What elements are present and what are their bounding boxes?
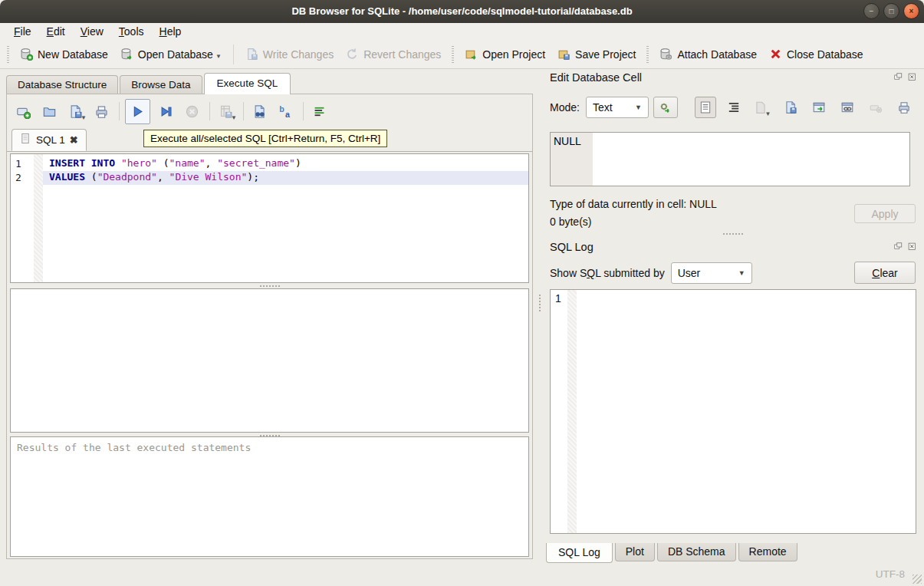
maximize-button[interactable]: □ [883, 3, 899, 19]
link-button[interactable] [837, 97, 858, 118]
main-vertical-splitter[interactable] [539, 291, 544, 314]
text-mode-button[interactable] [695, 97, 716, 118]
sql-tab-label: SQL 1 [36, 134, 65, 146]
dock-tab-sql-log[interactable]: SQL Log [546, 543, 613, 563]
stop-icon [185, 104, 199, 119]
menu-tools[interactable]: Tools [111, 25, 152, 38]
log-filter-combobox[interactable]: User ▼ [671, 262, 752, 284]
export-icon [784, 100, 797, 114]
menu-view[interactable]: View [73, 25, 111, 38]
cell-editor[interactable]: NULL [550, 132, 910, 186]
file-icon [20, 133, 31, 144]
right-dock: Edit Database Cell Mode: Text ▼ ▼ NULL T… [546, 69, 919, 586]
dropdown-caret-icon: ▼ [231, 114, 237, 122]
menu-file[interactable]: File [6, 25, 39, 38]
chevron-down-icon: ▼ [738, 269, 745, 277]
sql-log-view[interactable]: 1 [550, 289, 916, 534]
project-save-icon [557, 48, 571, 61]
dropdown-caret-icon: ▼ [215, 53, 222, 61]
revert-changes-button[interactable]: Revert Changes [340, 44, 447, 64]
format-icon [312, 104, 327, 119]
log-fold-margin [567, 290, 577, 533]
svg-text:b: b [279, 104, 284, 114]
close-database-button[interactable]: Close Database [763, 44, 870, 64]
toolbar-button-label: Write Changes [263, 48, 334, 61]
code-line: VALUES ("Deadpond", "Dive Wilson"); [43, 171, 528, 185]
dock-close-icon [908, 242, 917, 252]
sql-editor[interactable]: 12 INSERT INTO "hero" ("name", "secret_n… [10, 153, 529, 283]
toolbar-separator [233, 44, 234, 64]
open-database-button[interactable]: Open Database▼ [114, 44, 228, 64]
sql-tab[interactable]: SQL 1 ✖ [12, 129, 87, 151]
new-tab-button[interactable] [13, 101, 34, 122]
dock-tab-remote[interactable]: Remote [738, 543, 797, 561]
format-button[interactable] [309, 101, 330, 122]
menu-help[interactable]: Help [152, 25, 189, 38]
auto-mode-button[interactable] [653, 97, 678, 118]
execute-all-icon [130, 104, 145, 119]
code-area[interactable]: INSERT INTO "hero" ("name", "secret_name… [43, 154, 528, 282]
attach-database-button[interactable]: Attach Database [653, 44, 763, 64]
new-tab-icon [16, 104, 31, 119]
edit-cell-panel-title: Edit Database Cell [546, 71, 919, 87]
save-sql-file-button[interactable]: ▼ [65, 101, 86, 122]
db-close-icon [769, 48, 782, 61]
close-button[interactable]: × [903, 3, 919, 19]
window-title: DB Browser for SQLite - /home/user/code/… [0, 0, 924, 23]
tab-close-icon[interactable]: ✖ [70, 135, 78, 145]
tab-browse-data[interactable]: Browse Data [120, 75, 202, 94]
execute-line-button[interactable] [156, 101, 176, 122]
toolbar-drag-handle [646, 46, 649, 63]
write-changes-icon [245, 48, 258, 61]
new-database-button[interactable]: New Database [14, 44, 114, 64]
sql-log-panel-title: SQL Log [546, 241, 919, 256]
dock-splitter[interactable] [546, 232, 919, 236]
revert-changes-icon [346, 48, 359, 61]
write-changes-button[interactable]: Write Changes [239, 44, 340, 64]
set-null-button[interactable] [865, 97, 886, 118]
resize-grip[interactable] [912, 574, 922, 584]
db-open-icon [120, 48, 133, 61]
gear-icon [659, 101, 672, 114]
save-results-button[interactable]: ▼ [215, 101, 236, 122]
tab-database-structure[interactable]: Database Structure [6, 75, 118, 94]
cell-edit-area[interactable] [593, 133, 909, 186]
float-icon[interactable] [893, 72, 904, 83]
line-number-gutter: 12 [11, 154, 34, 282]
tab-execute-sql[interactable]: Execute SQL [204, 73, 291, 94]
float-icon [894, 242, 903, 252]
dock-close-icon[interactable] [907, 72, 918, 83]
open-external-icon [812, 100, 826, 114]
print-cell-button[interactable] [893, 97, 915, 118]
replace-button[interactable]: ba [275, 101, 296, 122]
save-project-button[interactable]: Save Project [551, 44, 642, 64]
export-button[interactable] [780, 97, 801, 118]
dock-close-icon[interactable] [907, 242, 918, 252]
apply-button[interactable]: Apply [854, 204, 916, 223]
find-button[interactable] [249, 101, 270, 122]
execute-tooltip: Execute all/selected SQL [Ctrl+Return, F… [143, 130, 387, 147]
word-wrap-button[interactable] [723, 97, 745, 118]
dock-tab-bar: SQL LogPlotDB SchemaRemote [546, 543, 800, 563]
link-icon [840, 100, 854, 114]
execute-all-button[interactable] [125, 99, 150, 124]
dock-tab-plot[interactable]: Plot [615, 543, 655, 561]
dock-tab-db-schema[interactable]: DB Schema [657, 543, 736, 561]
import-button[interactable]: ▼ [751, 97, 773, 118]
float-icon[interactable] [893, 242, 904, 252]
menubar: FileEditViewToolsHelp [0, 23, 924, 40]
open-project-button[interactable]: Open Project [459, 44, 551, 64]
cell-type-info: Type of data currently in cell: NULL [550, 198, 717, 210]
print-button[interactable] [91, 101, 112, 122]
mode-combobox[interactable]: Text ▼ [586, 97, 649, 118]
stop-button[interactable] [182, 101, 202, 122]
find-icon [252, 104, 267, 119]
minimize-button[interactable]: − [863, 3, 880, 19]
open-sql-file-button[interactable] [39, 101, 60, 122]
menu-edit[interactable]: Edit [39, 25, 73, 38]
clear-button[interactable]: Clear [854, 262, 916, 284]
svg-text:a: a [285, 110, 290, 119]
encoding-status: UTF-8 [876, 568, 905, 580]
open-external-button[interactable] [808, 97, 830, 118]
mode-value: Text [593, 101, 613, 114]
